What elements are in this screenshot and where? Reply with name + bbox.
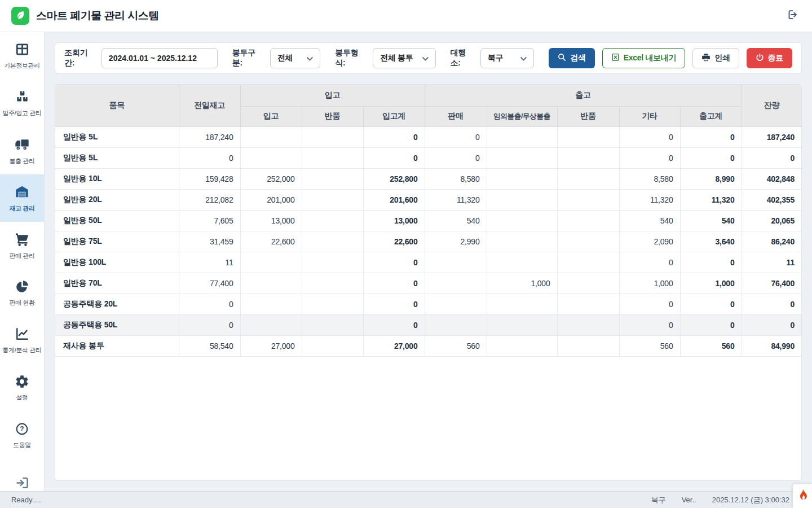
cell-out_ret bbox=[557, 147, 619, 168]
cell-prev: 11 bbox=[179, 252, 240, 273]
search-button[interactable]: 검색 bbox=[549, 48, 594, 68]
cell-etc: 560 bbox=[619, 335, 680, 356]
cell-item: 일반용 20L bbox=[55, 189, 179, 210]
status-datetime: 2025.12.12 (금) 3:00:32 bbox=[712, 495, 789, 505]
arrow-in-icon bbox=[15, 475, 30, 491]
cell-inb_total: 0 bbox=[363, 252, 425, 273]
sidebar-item-help[interactable]: ? 도움말 bbox=[0, 411, 44, 459]
cell-inb_total: 201,600 bbox=[363, 189, 425, 210]
table-row[interactable]: 일반용 75L31,45922,60022,6002,9902,0903,640… bbox=[55, 231, 801, 252]
cell-free bbox=[487, 335, 557, 356]
cell-prev: 159,428 bbox=[179, 168, 240, 189]
cell-inb_ret bbox=[302, 210, 363, 231]
cell-free bbox=[487, 147, 557, 168]
cell-free bbox=[487, 314, 557, 335]
sidebar-item-settings[interactable]: 설정 bbox=[0, 364, 44, 411]
sidebar-item-statistics[interactable]: 통계/분석 관리 bbox=[0, 317, 44, 364]
cell-inb_ret bbox=[302, 126, 363, 147]
cell-prev: 0 bbox=[179, 294, 240, 314]
status-version: Ver.. bbox=[682, 496, 696, 504]
print-button[interactable]: 인쇄 bbox=[692, 48, 739, 68]
cell-out_total: 0 bbox=[680, 314, 742, 335]
power-icon bbox=[756, 53, 764, 63]
status-text: Ready..... bbox=[11, 496, 42, 504]
period-group: 조회기간: bbox=[64, 48, 218, 68]
logout-button[interactable] bbox=[784, 7, 801, 24]
page-title: 스마트 폐기물 관리 시스템 bbox=[36, 8, 159, 23]
table-row[interactable]: 일반용 5L187,2400000187,240 bbox=[55, 126, 801, 147]
col-header-etc: 기타 bbox=[619, 106, 680, 126]
cell-item: 재사용 봉투 bbox=[55, 335, 179, 356]
inventory-table: 품목 전일재고 입고 출고 잔량 입고 반품 입고계 판매 임의불출/무상불출 … bbox=[55, 85, 801, 357]
table-row[interactable]: 일반용 100L1100011 bbox=[55, 252, 801, 273]
cell-item: 일반용 70L bbox=[55, 273, 179, 294]
bag-format-label: 봉투형식: bbox=[335, 48, 368, 68]
period-input[interactable] bbox=[102, 48, 218, 68]
cell-out_total: 0 bbox=[680, 252, 742, 273]
printer-icon bbox=[701, 53, 710, 64]
cell-prev: 31,459 bbox=[179, 231, 240, 252]
table-row[interactable]: 일반용 50L7,60513,00013,00054054054020,065 bbox=[55, 210, 801, 231]
search-label: 검색 bbox=[570, 53, 585, 63]
excel-export-button[interactable]: Excel 내보내기 bbox=[602, 48, 685, 68]
sidebar-item-release[interactable]: 불출 관리 bbox=[0, 127, 44, 174]
app-logo bbox=[11, 7, 29, 25]
exit-label: 종료 bbox=[768, 53, 783, 63]
sidebar-item-inventory[interactable]: 재고 관리 bbox=[0, 174, 44, 222]
col-header-sales: 판매 bbox=[425, 106, 487, 126]
table-row[interactable]: 일반용 70L77,40001,0001,0001,00076,400 bbox=[55, 273, 801, 294]
table-row[interactable]: 일반용 5L000000 bbox=[55, 147, 801, 168]
cell-inb_total: 13,000 bbox=[363, 210, 425, 231]
cart-icon bbox=[14, 231, 30, 247]
flame-icon bbox=[796, 488, 809, 505]
cell-prev: 7,605 bbox=[179, 210, 240, 231]
sidebar: 기본정보관리 발주/입고 관리 불출 관리 재고 관리 판매 관리 판매 현황 bbox=[0, 32, 45, 491]
bag-format-select[interactable]: 전체 봉투 bbox=[373, 48, 435, 68]
cell-sales: 560 bbox=[425, 335, 487, 356]
cell-free bbox=[487, 189, 557, 210]
cell-free bbox=[487, 231, 557, 252]
cell-inb bbox=[240, 273, 302, 294]
cell-sales bbox=[425, 273, 487, 294]
table-row[interactable]: 공동주택용 50L00000 bbox=[55, 314, 801, 335]
flame-badge bbox=[793, 484, 812, 508]
cell-inb_total: 0 bbox=[363, 294, 425, 314]
line-chart-icon bbox=[15, 326, 30, 341]
cell-sales bbox=[425, 252, 487, 273]
sidebar-item-sales-mgmt[interactable]: 판매 관리 bbox=[0, 222, 44, 269]
cell-inb_ret bbox=[302, 147, 363, 168]
table-row[interactable]: 일반용 10L159,428252,000252,8008,5808,5808,… bbox=[55, 168, 801, 189]
cell-out_ret bbox=[557, 168, 619, 189]
cell-out_total: 1,000 bbox=[680, 273, 742, 294]
cell-out_ret bbox=[557, 252, 619, 273]
cell-prev: 0 bbox=[179, 147, 240, 168]
cell-remain: 86,240 bbox=[742, 231, 801, 252]
sidebar-item-sales-status[interactable]: 판매 현황 bbox=[0, 269, 44, 317]
cell-inb_ret bbox=[302, 252, 363, 273]
sidebar-item-basic-info[interactable]: 기본정보관리 bbox=[0, 32, 44, 80]
cell-etc: 0 bbox=[619, 147, 680, 168]
table-row[interactable]: 공동주택용 20L00000 bbox=[55, 294, 801, 314]
cell-free bbox=[487, 252, 557, 273]
cell-out_ret bbox=[557, 314, 619, 335]
table-row[interactable]: 재사용 봉투58,54027,00027,00056056056084,990 bbox=[55, 335, 801, 356]
cell-etc: 0 bbox=[619, 252, 680, 273]
cell-out_ret bbox=[557, 231, 619, 252]
exit-button[interactable]: 종료 bbox=[747, 48, 792, 68]
cell-inb: 27,000 bbox=[240, 335, 302, 356]
sidebar-item-login[interactable] bbox=[0, 459, 44, 491]
bag-format-group: 봉투형식: 전체 봉투 bbox=[335, 48, 435, 68]
bag-type-select[interactable]: 전체 bbox=[270, 48, 321, 68]
cell-inb bbox=[240, 314, 302, 335]
table-row[interactable]: 일반용 20L212,082201,000201,60011,32011,320… bbox=[55, 189, 801, 210]
sidebar-item-order-inbound[interactable]: 발주/입고 관리 bbox=[0, 80, 44, 127]
cell-item: 일반용 100L bbox=[55, 252, 179, 273]
cell-out_total: 0 bbox=[680, 147, 742, 168]
sidebar-item-label: 불출 관리 bbox=[9, 157, 34, 165]
agency-select[interactable]: 북구 bbox=[480, 48, 535, 68]
col-header-remaining: 잔량 bbox=[742, 85, 801, 126]
cell-inb bbox=[240, 126, 302, 147]
cell-item: 공동주택용 50L bbox=[55, 314, 179, 335]
status-right: 북구 Ver.. 2025.12.12 (금) 3:00:32 bbox=[651, 495, 789, 505]
cell-inb bbox=[240, 294, 302, 314]
